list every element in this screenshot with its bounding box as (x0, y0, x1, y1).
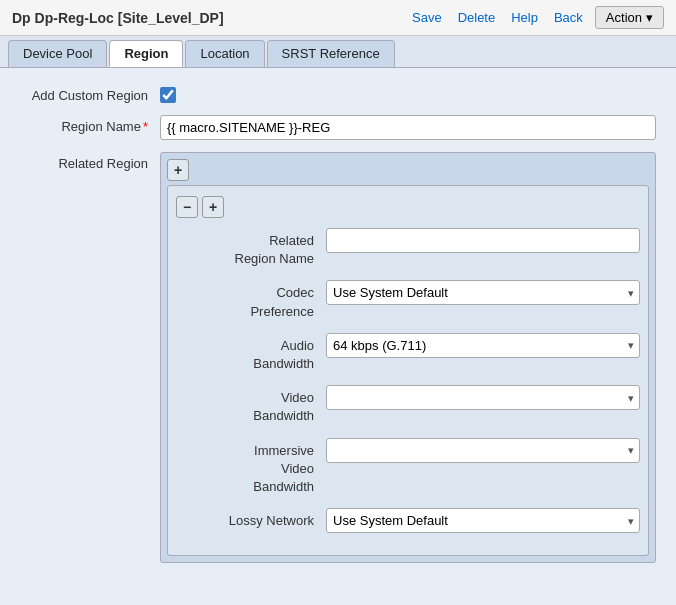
inner-add-button[interactable]: + (202, 196, 224, 218)
add-custom-region-control (160, 84, 656, 103)
inner-remove-button[interactable]: − (176, 196, 198, 218)
inner-lossy-network-wrap: Use System Default Enabled Disabled ▾ (326, 508, 640, 533)
tab-location[interactable]: Location (185, 40, 264, 67)
action-chevron-icon: ▾ (646, 10, 653, 25)
inner-codec-preference-row: CodecPreference Use System Default G.711… (176, 280, 640, 320)
add-custom-region-checkbox[interactable] (160, 87, 176, 103)
back-button[interactable]: Back (550, 8, 587, 27)
inner-immersive-video-bandwidth-row: ImmersiveVideoBandwidth Use System Defau… (176, 438, 640, 497)
inner-panel: − + RelatedRegion Name CodecPreference (167, 185, 649, 556)
inner-codec-preference-select[interactable]: Use System Default G.711 G.729 (326, 280, 640, 305)
tab-device-pool[interactable]: Device Pool (8, 40, 107, 67)
related-region-label: Related Region (20, 152, 160, 171)
inner-related-region-name-input[interactable] (326, 228, 640, 253)
add-custom-region-row: Add Custom Region (20, 84, 656, 103)
inner-immersive-video-bandwidth-label: ImmersiveVideoBandwidth (176, 438, 326, 497)
inner-immersive-video-bandwidth-wrap: Use System Default ▾ (326, 438, 640, 463)
inner-codec-preference-control: Use System Default G.711 G.729 ▾ (326, 280, 640, 305)
inner-lossy-network-row: Lossy Network Use System Default Enabled… (176, 508, 640, 533)
inner-video-bandwidth-select[interactable]: Use System Default (326, 385, 640, 410)
inner-audio-bandwidth-control: 64 kbps (G.711) Use System Default 32 kb… (326, 333, 640, 358)
inner-related-region-name-row: RelatedRegion Name (176, 228, 640, 268)
action-button[interactable]: Action ▾ (595, 6, 664, 29)
region-name-input[interactable] (160, 115, 656, 140)
region-name-control (160, 115, 656, 140)
inner-video-bandwidth-label: VideoBandwidth (176, 385, 326, 425)
inner-audio-bandwidth-label: AudioBandwidth (176, 333, 326, 373)
inner-codec-preference-wrap: Use System Default G.711 G.729 ▾ (326, 280, 640, 305)
inner-panel-controls: − + (176, 196, 640, 218)
action-label: Action (606, 10, 642, 25)
inner-audio-bandwidth-select[interactable]: 64 kbps (G.711) Use System Default 32 kb… (326, 333, 640, 358)
inner-audio-bandwidth-row: AudioBandwidth 64 kbps (G.711) Use Syste… (176, 333, 640, 373)
inner-immersive-video-bandwidth-control: Use System Default ▾ (326, 438, 640, 463)
tab-srst-reference[interactable]: SRST Reference (267, 40, 395, 67)
inner-lossy-network-select[interactable]: Use System Default Enabled Disabled (326, 508, 640, 533)
save-button[interactable]: Save (408, 8, 446, 27)
window-title: Dp Dp-Reg-Loc [Site_Level_DP] (12, 10, 400, 26)
inner-video-bandwidth-control: Use System Default ▾ (326, 385, 640, 410)
inner-audio-bandwidth-wrap: 64 kbps (G.711) Use System Default 32 kb… (326, 333, 640, 358)
add-custom-region-label: Add Custom Region (20, 84, 160, 103)
tab-bar: Device Pool Region Location SRST Referen… (0, 36, 676, 68)
outer-add-button[interactable]: + (167, 159, 189, 181)
inner-codec-preference-label: CodecPreference (176, 280, 326, 320)
inner-video-bandwidth-row: VideoBandwidth Use System Default ▾ (176, 385, 640, 425)
inner-related-region-name-label: RelatedRegion Name (176, 228, 326, 268)
related-region-outer: + − + RelatedRegion Name (160, 152, 656, 563)
delete-button[interactable]: Delete (454, 8, 500, 27)
tab-region[interactable]: Region (109, 40, 183, 67)
related-region-control: + − + RelatedRegion Name (160, 152, 656, 563)
toolbar-actions: Save Delete Help Back Action ▾ (408, 6, 664, 29)
main-content: Add Custom Region Region Name Related Re… (0, 68, 676, 605)
outer-add-btn-row: + (167, 159, 649, 181)
top-bar: Dp Dp-Reg-Loc [Site_Level_DP] Save Delet… (0, 0, 676, 36)
inner-immersive-video-bandwidth-select[interactable]: Use System Default (326, 438, 640, 463)
inner-lossy-network-control: Use System Default Enabled Disabled ▾ (326, 508, 640, 533)
help-button[interactable]: Help (507, 8, 542, 27)
region-name-row: Region Name (20, 115, 656, 140)
related-region-row: Related Region + − + RelatedRegion Name (20, 152, 656, 563)
inner-video-bandwidth-wrap: Use System Default ▾ (326, 385, 640, 410)
region-name-label: Region Name (20, 115, 160, 134)
inner-related-region-name-control (326, 228, 640, 253)
inner-lossy-network-label: Lossy Network (176, 508, 326, 530)
